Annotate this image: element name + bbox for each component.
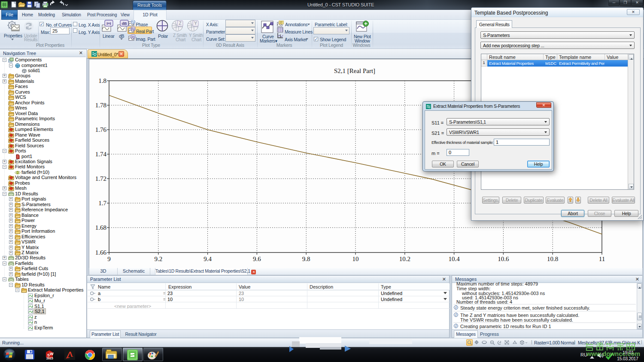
svg-text:1.66: 1.66 xyxy=(95,249,107,256)
svg-text:1.76: 1.76 xyxy=(95,126,107,133)
svg-text:10.2: 10.2 xyxy=(399,256,410,262)
svg-text:1.68: 1.68 xyxy=(95,224,106,231)
svg-text:1.74: 1.74 xyxy=(95,151,107,158)
svg-text:10.4: 10.4 xyxy=(448,256,460,262)
svg-text:1.7: 1.7 xyxy=(98,200,106,207)
svg-text:Y: Y xyxy=(194,21,197,26)
svg-text:10.8: 10.8 xyxy=(547,256,558,262)
svg-text:2015: 2015 xyxy=(46,357,53,360)
svg-text:Im: Im xyxy=(131,35,134,38)
svg-text:10.6: 10.6 xyxy=(498,256,509,262)
svg-text:1.72: 1.72 xyxy=(95,175,106,182)
svg-text:9.6: 9.6 xyxy=(253,256,261,262)
svg-text:W: W xyxy=(50,352,54,356)
svg-text:9: 9 xyxy=(107,256,111,262)
svg-text:S2,1 [Real Part]: S2,1 [Real Part] xyxy=(334,67,375,74)
svg-text:11: 11 xyxy=(599,256,605,262)
svg-text:I=I: I=I xyxy=(106,21,111,26)
svg-text:dB: dB xyxy=(122,21,127,26)
svg-text:9.8: 9.8 xyxy=(302,256,310,262)
svg-text:Re: Re xyxy=(131,27,135,30)
svg-text:1.8: 1.8 xyxy=(98,77,106,84)
svg-text:10: 10 xyxy=(352,256,359,262)
svg-text:9.2: 9.2 xyxy=(154,256,162,262)
svg-text:9.4: 9.4 xyxy=(204,256,212,262)
svg-text:Z: Z xyxy=(179,21,181,26)
svg-text:1.78: 1.78 xyxy=(95,102,106,109)
